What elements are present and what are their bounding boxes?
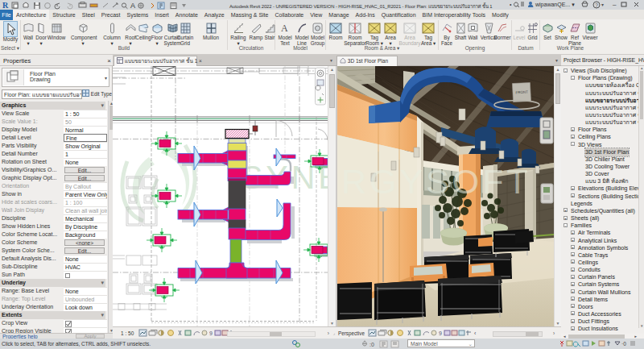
svg-text:‹: ‹: [474, 330, 477, 336]
svg-text:9: 9: [439, 330, 442, 336]
svg-text:RGYSOFT: RGYSOFT: [341, 162, 531, 201]
svg-text:9: 9: [209, 330, 213, 336]
svg-text:•: •: [510, 2, 512, 7]
svg-text:▾: ▾: [601, 2, 604, 7]
svg-text:–: –: [613, 1, 617, 8]
svg-text:·0: ·0: [621, 341, 626, 347]
svg-text:?: ?: [595, 2, 598, 8]
svg-text:wipawanQE... ▾: wipawanQE... ▾: [535, 2, 575, 8]
svg-text:R: R: [2, 1, 9, 10]
svg-text:A: A: [281, 23, 288, 34]
svg-text:A: A: [130, 2, 135, 10]
svg-text:FRONT: FRONT: [515, 90, 528, 95]
svg-text::0: :0: [369, 342, 374, 347]
